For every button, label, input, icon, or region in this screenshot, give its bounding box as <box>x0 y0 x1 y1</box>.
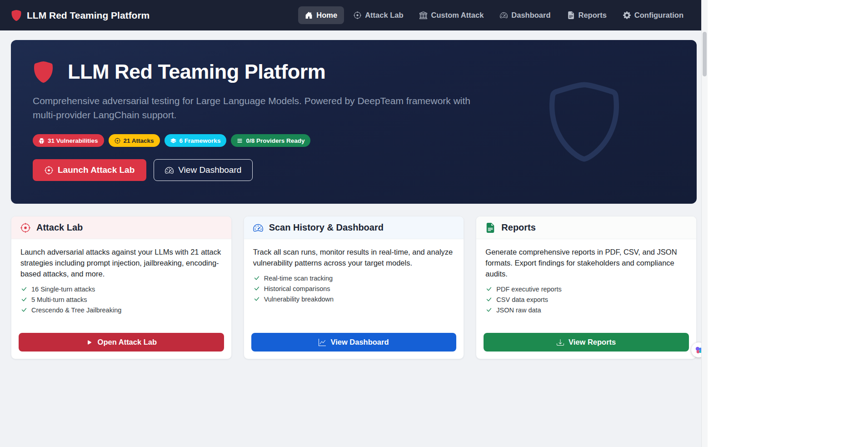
page-title: LLM Red Teaming Platform <box>68 60 325 84</box>
card-title: Attack Lab <box>36 222 83 233</box>
house-icon <box>305 11 313 19</box>
view-reports-button[interactable]: View Reports <box>484 333 689 352</box>
list-item: 5 Multi-turn attacks <box>20 296 222 303</box>
bug-icon <box>39 138 45 144</box>
providers-badge: 0/8 Providers Ready <box>231 134 310 147</box>
speedometer-icon <box>500 11 508 19</box>
speedometer-icon <box>165 166 174 175</box>
shield-icon <box>11 10 22 21</box>
view-dashboard-card-button[interactable]: View Dashboard <box>251 333 457 352</box>
frameworks-badge: 6 Frameworks <box>165 134 227 147</box>
list-item: Historical comparisons <box>253 285 455 292</box>
file-text-icon <box>567 11 575 19</box>
card-header: Scan History & Dashboard <box>244 216 464 239</box>
nav-label: Attack Lab <box>365 11 403 20</box>
nav-item-configuration[interactable]: Configuration <box>616 6 690 24</box>
feature-cards: Attack Lab Launch adversarial attacks ag… <box>11 216 697 359</box>
layers-icon <box>170 138 176 144</box>
bank-icon <box>419 11 427 19</box>
card-title: Reports <box>501 222 536 233</box>
view-dashboard-button[interactable]: View Dashboard <box>154 159 253 181</box>
hero-shield-icon <box>33 61 54 83</box>
nav-item-home[interactable]: Home <box>298 6 344 24</box>
crosshair-icon <box>115 138 120 144</box>
nav-item-attack-lab[interactable]: Attack Lab <box>347 6 410 24</box>
browser-viewport: LLM Red Teaming Platform Home Attack Lab… <box>0 0 708 447</box>
brand[interactable]: LLM Red Teaming Platform <box>11 10 150 21</box>
gear-icon <box>623 11 631 19</box>
nav-label: Custom Attack <box>431 11 484 20</box>
check-icon <box>253 285 260 292</box>
feature-list: 16 Single-turn attacks 5 Multi-turn atta… <box>20 286 222 314</box>
nav-item-custom-attack[interactable]: Custom Attack <box>413 6 490 24</box>
scrollbar[interactable] <box>701 0 708 447</box>
crosshair-icon <box>45 166 53 175</box>
list-item: CSV data exports <box>485 296 687 303</box>
check-icon <box>485 286 492 292</box>
launch-attack-lab-button[interactable]: Launch Attack Lab <box>33 159 146 181</box>
check-icon <box>485 296 492 303</box>
list-item: 16 Single-turn attacks <box>20 286 222 293</box>
nav-label: Dashboard <box>511 11 550 20</box>
vulnerabilities-badge: 31 Vulnerabilities <box>33 134 104 147</box>
open-attack-lab-button[interactable]: Open Attack Lab <box>19 333 224 352</box>
navbar: LLM Red Teaming Platform Home Attack Lab… <box>0 0 701 30</box>
card-title: Scan History & Dashboard <box>269 222 384 233</box>
nav-item-reports[interactable]: Reports <box>560 6 614 24</box>
check-icon <box>253 296 260 302</box>
card-description: Launch adversarial attacks against your … <box>20 247 222 280</box>
play-icon <box>86 339 93 346</box>
list-icon <box>237 138 243 144</box>
file-text-icon <box>485 223 495 233</box>
nav-label: Home <box>316 11 337 20</box>
nav-label: Reports <box>579 11 607 20</box>
download-icon <box>557 339 564 346</box>
card-description: Track all scan runs, monitor results in … <box>253 247 455 269</box>
feature-list: PDF executive reports CSV data exports J… <box>485 286 687 314</box>
nav-items: Home Attack Lab Custom Attack Dashboard … <box>298 6 690 24</box>
hero-banner: LLM Red Teaming Platform Comprehensive a… <box>11 40 697 204</box>
hero-subtitle: Comprehensive adversarial testing for La… <box>33 94 471 122</box>
list-item: Real-time scan tracking <box>253 275 455 282</box>
shield-watermark-icon <box>544 76 624 167</box>
reports-card: Reports Generate comprehensive reports i… <box>476 216 697 359</box>
feature-list: Real-time scan tracking Historical compa… <box>253 275 455 303</box>
crosshair-icon <box>354 11 361 19</box>
card-description: Generate comprehensive reports in PDF, C… <box>485 247 687 280</box>
attacks-badge: 21 Attacks <box>109 134 160 147</box>
crosshair-icon <box>20 223 30 233</box>
attack-lab-card: Attack Lab Launch adversarial attacks ag… <box>11 216 232 359</box>
speedometer-icon <box>253 223 263 233</box>
scrollbar-thumb[interactable] <box>703 32 707 76</box>
list-item: PDF executive reports <box>485 286 687 293</box>
check-icon <box>20 306 27 313</box>
check-icon <box>253 275 260 281</box>
check-icon <box>20 296 27 303</box>
card-header: Reports <box>476 216 696 239</box>
scan-history-card: Scan History & Dashboard Track all scan … <box>244 216 464 359</box>
graph-up-icon <box>319 339 326 346</box>
nav-item-dashboard[interactable]: Dashboard <box>493 6 557 24</box>
list-item: JSON raw data <box>485 306 687 314</box>
nav-label: Configuration <box>634 11 683 20</box>
check-icon <box>20 286 27 292</box>
brand-label: LLM Red Teaming Platform <box>27 10 150 21</box>
list-item: Vulnerability breakdown <box>253 296 455 303</box>
check-icon <box>485 306 492 313</box>
list-item: Crescendo & Tree Jailbreaking <box>20 306 222 314</box>
card-header: Attack Lab <box>11 216 231 239</box>
